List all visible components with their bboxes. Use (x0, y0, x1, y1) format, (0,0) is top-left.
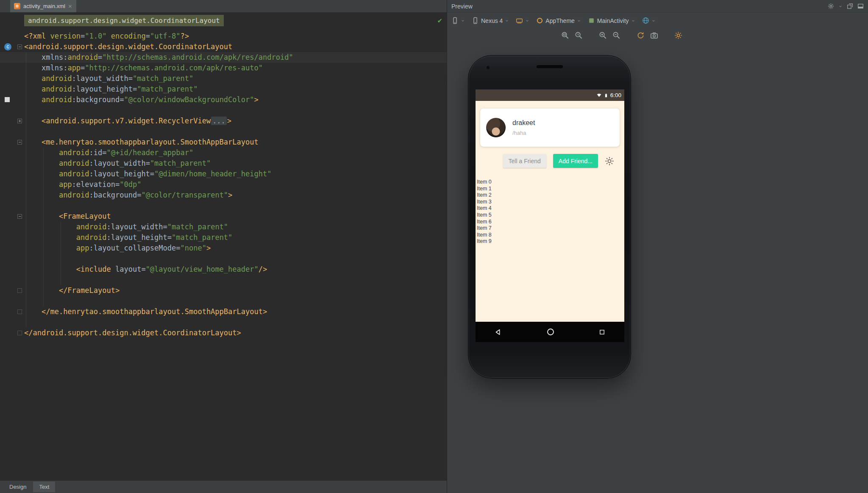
inspection-check-icon[interactable]: ✔ (437, 17, 442, 25)
code-line[interactable]: + <android.support.v7.widget.RecyclerVie… (0, 116, 447, 126)
close-tab-icon[interactable]: × (68, 3, 72, 9)
gutter (0, 105, 24, 116)
settings-gear-icon[interactable] (605, 156, 614, 166)
hide-icon[interactable] (857, 3, 864, 9)
code-line[interactable] (0, 105, 447, 116)
code-line[interactable]: android:layout_width="match_parent" (0, 222, 447, 232)
code-line[interactable]: android:layout_height="match_parent" (0, 232, 447, 243)
fold-marker[interactable]: − (17, 140, 22, 145)
gutter (0, 84, 24, 95)
gutter (0, 306, 24, 317)
gutter (0, 95, 24, 105)
config-selector[interactable] (451, 17, 465, 24)
code-line[interactable]: app:layout_collapseMode="none"> (0, 243, 447, 253)
code-line[interactable]: android:layout_width="match_parent" (0, 73, 447, 84)
preview-panel: Preview Nexus 4 (447, 0, 868, 493)
code-line[interactable]: − <FrameLayout (0, 211, 447, 222)
breadcrumb[interactable]: android.support.design.widget.Coordinato… (24, 15, 224, 26)
list-item[interactable]: Item 3 (477, 199, 624, 206)
zoom-fit-icon[interactable] (561, 31, 569, 39)
tab-design[interactable]: Design (3, 482, 32, 492)
android-studio-window: activity_main.xml × android.support.desi… (0, 0, 868, 493)
orientation-icon (516, 17, 523, 24)
device-screen[interactable]: 6:00 drakeet /haha Tell a Friend A (476, 89, 624, 342)
orientation-selector[interactable] (516, 17, 529, 24)
fold-marker[interactable]: − (17, 214, 22, 219)
nav-bar (476, 322, 624, 342)
list-item[interactable]: Item 1 (477, 186, 624, 192)
list-item[interactable]: Item 6 (477, 219, 624, 226)
code-line[interactable] (0, 317, 447, 328)
add-friend-button[interactable]: Add Friend... (553, 154, 598, 168)
code-line[interactable]: xmlns:android="http://schemas.android.co… (0, 52, 447, 63)
fold-marker[interactable] (17, 331, 22, 335)
float-icon[interactable] (847, 3, 853, 9)
code-line[interactable]: android:layout_width="match_parent" (0, 158, 447, 169)
list-item[interactable]: Item 2 (477, 192, 624, 199)
code-line[interactable]: android:background="@color/windowBackgro… (0, 95, 447, 105)
code-text: </FrameLayout> (24, 285, 120, 296)
code-line[interactable] (0, 275, 447, 285)
recents-icon[interactable] (599, 329, 605, 335)
profile-card[interactable]: drakeet /haha (480, 109, 620, 147)
code-line[interactable] (0, 296, 447, 306)
gutter (0, 275, 24, 285)
list-item[interactable]: Item 0 (477, 179, 624, 186)
code-line[interactable]: android:layout_height="match_parent" (0, 84, 447, 95)
code-line[interactable]: xmlns:app="http://schemas.android.com/ap… (0, 63, 447, 73)
home-icon[interactable] (546, 328, 555, 336)
globe-icon (642, 17, 649, 24)
tell-a-friend-button[interactable]: Tell a Friend (503, 154, 546, 168)
zoom-actual-icon[interactable] (575, 31, 583, 39)
code-line[interactable]: </android.support.design.widget.Coordina… (0, 328, 447, 338)
class-icon[interactable]: c (4, 43, 11, 50)
code-line[interactable] (0, 253, 447, 264)
editor-context-bar: android.support.design.widget.Coordinato… (0, 13, 447, 28)
camera-icon[interactable] (650, 31, 658, 39)
indent-guide (26, 52, 26, 328)
list-item[interactable]: Item 8 (477, 232, 624, 239)
refresh-icon[interactable] (637, 31, 645, 39)
tab-activity-main-xml[interactable]: activity_main.xml × (10, 0, 76, 12)
back-icon[interactable] (495, 329, 502, 336)
fold-marker[interactable] (17, 288, 22, 293)
code-line[interactable]: android:id="@+id/header_appbar" (0, 148, 447, 158)
chevron-down-icon[interactable] (838, 4, 843, 8)
gutter (0, 232, 24, 243)
fold-marker[interactable]: + (17, 119, 22, 123)
code-line[interactable]: <?xml version="1.0" encoding="utf-8"?> (0, 31, 447, 42)
list-item[interactable]: Item 4 (477, 205, 624, 212)
code-line[interactable] (0, 126, 447, 137)
theme-selector[interactable]: AppTheme (536, 17, 581, 24)
chevron-down-icon (505, 19, 509, 23)
avatar (486, 118, 506, 137)
render-settings-icon[interactable] (674, 31, 682, 39)
zoom-out-icon[interactable] (612, 31, 620, 39)
code-line[interactable]: </me.henrytao.smoothappbarlayout.SmoothA… (0, 306, 447, 317)
code-line[interactable]: android:layout_height="@dimen/home_heade… (0, 169, 447, 179)
zoom-in-icon[interactable] (599, 31, 607, 39)
code-line[interactable] (0, 201, 447, 211)
fold-marker[interactable] (17, 309, 22, 314)
activity-selector[interactable]: MainActivity (588, 17, 635, 24)
front-camera (486, 66, 490, 70)
code-line[interactable]: </FrameLayout> (0, 285, 447, 296)
code-line[interactable]: − <me.henrytao.smoothappbarlayout.Smooth… (0, 137, 447, 148)
gutter: c− (0, 42, 24, 52)
code-line[interactable]: app:elevation="0dp" (0, 179, 447, 190)
list-item[interactable]: Item 5 (477, 212, 624, 219)
list-item[interactable]: Item 7 (477, 225, 624, 232)
code-line[interactable]: <include layout="@layout/view_home_heade… (0, 264, 447, 275)
list-item[interactable]: Item 9 (477, 238, 624, 245)
code-line[interactable]: c−<android.support.design.widget.Coordin… (0, 42, 447, 52)
code-area[interactable]: <?xml version="1.0" encoding="utf-8"?>c−… (0, 28, 447, 338)
fold-marker[interactable]: − (17, 45, 22, 49)
indent-guide (43, 148, 44, 306)
locale-selector[interactable] (642, 17, 656, 24)
code-line[interactable]: android:background="@color/transparent"> (0, 190, 447, 201)
device-selector[interactable]: Nexus 4 (472, 17, 509, 24)
code-text: xmlns:app="http://schemas.android.com/ap… (24, 63, 263, 73)
gutter (0, 285, 24, 296)
gear-icon[interactable] (828, 3, 834, 9)
tab-text[interactable]: Text (33, 482, 55, 492)
